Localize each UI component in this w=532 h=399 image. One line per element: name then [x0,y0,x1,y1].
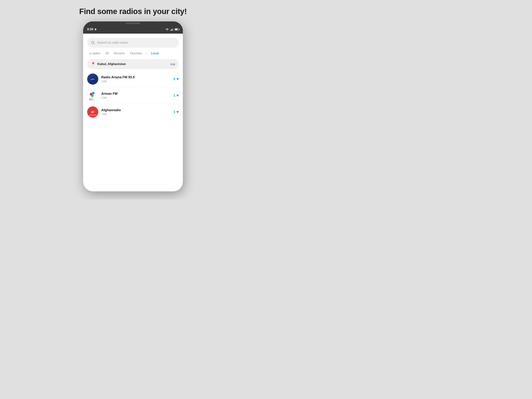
radio-logo-afghan: ar AFGHANRADIO [87,106,98,117]
edit-location-button[interactable]: Edit [170,63,175,66]
radio-item-arman[interactable]: أرمان ARMAN FM Arman FM 128k 1 ♥ [83,87,183,104]
radio-logo-ariana: atn [87,74,98,85]
location-city: Kabul, Afghanistan [97,62,126,66]
phone-screen: Search by radio name p radios All Recent… [83,34,183,191]
radio-logo-arman: أرمان ARMAN FM [87,90,98,101]
search-container: Search by radio name [83,34,183,48]
tab-favorites[interactable]: Favorites [127,51,145,56]
tab-recents[interactable]: Recents [111,51,127,56]
search-icon [91,41,95,45]
signal-icon [170,28,173,31]
radio-quality-arman: 128k [101,96,171,99]
tab-arrow-icon: → [145,52,148,55]
heart-icon-afghan[interactable]: ♥ [176,109,179,114]
radio-quality-afghan: 128k [101,113,171,116]
wifi-icon [165,28,169,31]
phone-speaker [126,23,140,24]
tab-top-radios[interactable]: p radios [87,51,103,56]
page-title: Find some radios in your city! [79,7,187,16]
radio-info-ariana: Radio Ariana FM 93.5 128k [101,75,171,83]
svg-point-5 [91,94,94,97]
favorite-count-afghan: 1 [173,110,175,114]
location-pin-icon: 📍 [91,62,95,66]
radio-name-arman: Arman FM [101,92,171,96]
radio-quality-ariana: 128k [101,80,171,83]
radio-meta-arman[interactable]: 1 ♥ [173,93,179,98]
status-right [165,28,179,31]
location-bar[interactable]: 📍 Kabul, Afghanistan Edit [87,59,179,69]
search-bar[interactable]: Search by radio name [87,38,179,48]
radio-item-ariana[interactable]: atn Radio Ariana FM 93.5 128k 0 ♥ [83,71,183,87]
tab-all[interactable]: All [103,51,111,56]
radio-item-afghan[interactable]: ar AFGHANRADIO Afghanradio 128k 1 ♥ [83,104,183,120]
favorite-count-ariana: 0 [173,77,175,81]
radio-info-afghan: Afghanradio 128k [101,108,171,116]
location-info: 📍 Kabul, Afghanistan [91,62,126,66]
battery-icon [175,28,179,31]
search-placeholder: Search by radio name [97,41,128,44]
radio-meta-afghan[interactable]: 1 ♥ [173,109,179,114]
radio-name-ariana: Radio Ariana FM 93.5 [101,75,171,79]
svg-text:ar: ar [91,110,94,114]
svg-point-4 [92,92,95,94]
svg-text:AFGHANRADIO: AFGHANRADIO [89,114,96,116]
heart-icon-ariana[interactable]: ♥ [176,77,179,82]
phone-mockup: 8:59 [83,21,183,191]
status-bar: 8:59 [83,25,183,34]
radio-meta-ariana[interactable]: 0 ♥ [173,77,179,82]
favorite-count-arman: 1 [173,94,175,98]
phone-notch [83,21,183,25]
status-time: 8:59 [87,28,93,31]
svg-text:ARMAN FM: ARMAN FM [89,100,95,101]
radio-name-afghan: Afghanradio [101,108,171,112]
tab-navigation: p radios All Recents Favorites → Local [83,48,183,58]
tab-local[interactable]: Local [148,51,161,56]
radio-info-arman: Arman FM 128k [101,92,171,99]
radio-list: atn Radio Ariana FM 93.5 128k 0 ♥ [83,69,183,191]
svg-line-1 [94,43,94,44]
status-left: 8:59 [87,28,97,31]
heart-icon-arman[interactable]: ♥ [176,93,179,98]
play-icon [95,28,97,31]
